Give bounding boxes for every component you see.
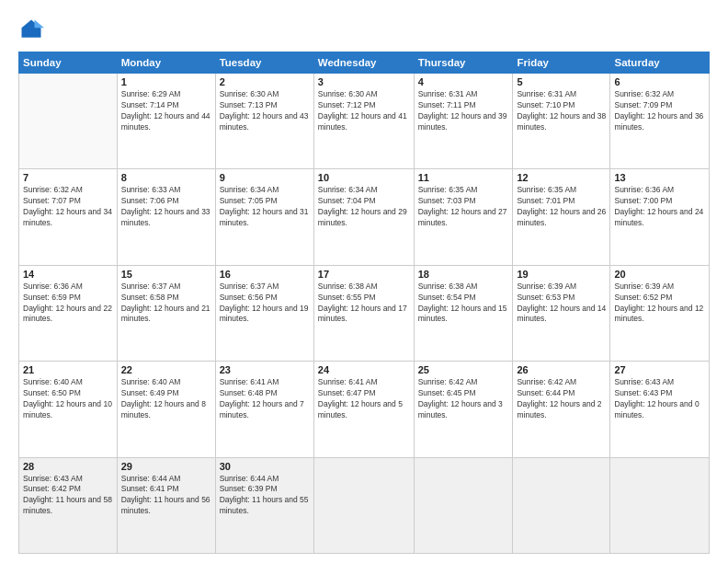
- day-number: 25: [418, 364, 509, 375]
- day-cell: 12Sunrise: 6:35 AMSunset: 7:01 PMDayligh…: [513, 169, 610, 265]
- day-cell: 14Sunrise: 6:36 AMSunset: 6:59 PMDayligh…: [19, 265, 118, 361]
- day-cell: [19, 74, 118, 169]
- day-number: 12: [517, 172, 606, 183]
- day-number: 13: [614, 172, 705, 183]
- day-number: 14: [23, 269, 113, 280]
- day-cell: 15Sunrise: 6:37 AMSunset: 6:58 PMDayligh…: [117, 265, 215, 361]
- day-cell: 5Sunrise: 6:31 AMSunset: 7:10 PMDaylight…: [513, 74, 610, 169]
- day-cell: 28Sunrise: 6:43 AMSunset: 6:42 PMDayligh…: [19, 457, 118, 553]
- day-cell: 6Sunrise: 6:32 AMSunset: 7:09 PMDaylight…: [610, 74, 710, 169]
- day-cell: 13Sunrise: 6:36 AMSunset: 7:00 PMDayligh…: [610, 169, 710, 265]
- day-cell: 8Sunrise: 6:33 AMSunset: 7:06 PMDaylight…: [117, 169, 215, 265]
- week-row-0: 1Sunrise: 6:29 AMSunset: 7:14 PMDaylight…: [19, 74, 710, 169]
- day-info: Sunrise: 6:38 AMSunset: 6:55 PMDaylight:…: [318, 282, 410, 326]
- header-cell-sunday: Sunday: [19, 52, 118, 74]
- day-info: Sunrise: 6:43 AMSunset: 6:42 PMDaylight:…: [23, 474, 113, 518]
- day-info: Sunrise: 6:32 AMSunset: 7:07 PMDaylight:…: [23, 185, 113, 229]
- header-cell-wednesday: Wednesday: [313, 52, 414, 74]
- day-info: Sunrise: 6:43 AMSunset: 6:43 PMDaylight:…: [614, 377, 705, 421]
- day-number: 24: [318, 364, 410, 375]
- header-cell-monday: Monday: [117, 52, 215, 74]
- day-number: 17: [318, 269, 410, 280]
- day-number: 27: [614, 364, 705, 375]
- day-cell: 3Sunrise: 6:30 AMSunset: 7:12 PMDaylight…: [313, 74, 414, 169]
- day-info: Sunrise: 6:33 AMSunset: 7:06 PMDaylight:…: [121, 185, 211, 229]
- day-info: Sunrise: 6:39 AMSunset: 6:53 PMDaylight:…: [517, 282, 606, 326]
- day-cell: 20Sunrise: 6:39 AMSunset: 6:52 PMDayligh…: [610, 265, 710, 361]
- day-cell: [610, 457, 710, 553]
- header-cell-friday: Friday: [513, 52, 610, 74]
- day-cell: 17Sunrise: 6:38 AMSunset: 6:55 PMDayligh…: [313, 265, 414, 361]
- day-info: Sunrise: 6:37 AMSunset: 6:56 PMDaylight:…: [220, 282, 310, 326]
- day-info: Sunrise: 6:35 AMSunset: 7:01 PMDaylight:…: [517, 185, 606, 229]
- day-info: Sunrise: 6:31 AMSunset: 7:10 PMDaylight:…: [517, 89, 606, 133]
- day-cell: [313, 457, 414, 553]
- week-row-4: 28Sunrise: 6:43 AMSunset: 6:42 PMDayligh…: [19, 457, 710, 553]
- day-cell: 21Sunrise: 6:40 AMSunset: 6:50 PMDayligh…: [19, 362, 118, 457]
- day-info: Sunrise: 6:32 AMSunset: 7:09 PMDaylight:…: [614, 89, 705, 133]
- logo-icon: [18, 17, 44, 42]
- week-row-2: 14Sunrise: 6:36 AMSunset: 6:59 PMDayligh…: [19, 265, 710, 361]
- day-cell: 19Sunrise: 6:39 AMSunset: 6:53 PMDayligh…: [513, 265, 610, 361]
- day-cell: 18Sunrise: 6:38 AMSunset: 6:54 PMDayligh…: [414, 265, 513, 361]
- day-cell: 22Sunrise: 6:40 AMSunset: 6:49 PMDayligh…: [117, 362, 215, 457]
- week-row-3: 21Sunrise: 6:40 AMSunset: 6:50 PMDayligh…: [19, 362, 710, 457]
- day-cell: 30Sunrise: 6:44 AMSunset: 6:39 PMDayligh…: [215, 457, 313, 553]
- day-cell: 9Sunrise: 6:34 AMSunset: 7:05 PMDaylight…: [215, 169, 313, 265]
- day-info: Sunrise: 6:40 AMSunset: 6:50 PMDaylight:…: [23, 377, 113, 421]
- svg-marker-0: [22, 20, 41, 38]
- day-cell: 26Sunrise: 6:42 AMSunset: 6:44 PMDayligh…: [513, 362, 610, 457]
- day-number: 15: [121, 269, 211, 280]
- day-info: Sunrise: 6:30 AMSunset: 7:12 PMDaylight:…: [318, 89, 410, 133]
- day-info: Sunrise: 6:41 AMSunset: 6:48 PMDaylight:…: [220, 377, 310, 421]
- day-info: Sunrise: 6:35 AMSunset: 7:03 PMDaylight:…: [418, 185, 509, 229]
- day-info: Sunrise: 6:36 AMSunset: 6:59 PMDaylight:…: [23, 282, 113, 326]
- day-number: 23: [220, 364, 310, 375]
- header-row: SundayMondayTuesdayWednesdayThursdayFrid…: [19, 52, 710, 74]
- day-info: Sunrise: 6:34 AMSunset: 7:05 PMDaylight:…: [220, 185, 310, 229]
- day-number: 11: [418, 172, 509, 183]
- day-info: Sunrise: 6:39 AMSunset: 6:52 PMDaylight:…: [614, 282, 705, 326]
- day-info: Sunrise: 6:38 AMSunset: 6:54 PMDaylight:…: [418, 282, 509, 326]
- header-cell-thursday: Thursday: [414, 52, 513, 74]
- day-cell: 2Sunrise: 6:30 AMSunset: 7:13 PMDaylight…: [215, 74, 313, 169]
- day-number: 4: [418, 76, 509, 87]
- day-cell: 23Sunrise: 6:41 AMSunset: 6:48 PMDayligh…: [215, 362, 313, 457]
- day-info: Sunrise: 6:42 AMSunset: 6:45 PMDaylight:…: [418, 377, 509, 421]
- header-cell-saturday: Saturday: [610, 52, 710, 74]
- day-number: 30: [220, 461, 310, 472]
- day-cell: 1Sunrise: 6:29 AMSunset: 7:14 PMDaylight…: [117, 74, 215, 169]
- day-info: Sunrise: 6:29 AMSunset: 7:14 PMDaylight:…: [121, 89, 211, 133]
- day-info: Sunrise: 6:42 AMSunset: 6:44 PMDaylight:…: [517, 377, 606, 421]
- calendar-header: SundayMondayTuesdayWednesdayThursdayFrid…: [19, 52, 710, 74]
- day-number: 28: [23, 461, 113, 472]
- header: [18, 17, 710, 42]
- day-cell: 16Sunrise: 6:37 AMSunset: 6:56 PMDayligh…: [215, 265, 313, 361]
- day-info: Sunrise: 6:30 AMSunset: 7:13 PMDaylight:…: [220, 89, 310, 133]
- day-number: 3: [318, 76, 410, 87]
- day-number: 5: [517, 76, 606, 87]
- day-cell: 27Sunrise: 6:43 AMSunset: 6:43 PMDayligh…: [610, 362, 710, 457]
- day-number: 1: [121, 76, 211, 87]
- day-cell: 10Sunrise: 6:34 AMSunset: 7:04 PMDayligh…: [313, 169, 414, 265]
- day-info: Sunrise: 6:31 AMSunset: 7:11 PMDaylight:…: [418, 89, 509, 133]
- day-number: 18: [418, 269, 509, 280]
- day-cell: 4Sunrise: 6:31 AMSunset: 7:11 PMDaylight…: [414, 74, 513, 169]
- day-number: 16: [220, 269, 310, 280]
- day-info: Sunrise: 6:44 AMSunset: 6:41 PMDaylight:…: [121, 474, 211, 518]
- day-cell: 7Sunrise: 6:32 AMSunset: 7:07 PMDaylight…: [19, 169, 118, 265]
- day-number: 7: [23, 172, 113, 183]
- day-info: Sunrise: 6:40 AMSunset: 6:49 PMDaylight:…: [121, 377, 211, 421]
- day-cell: 29Sunrise: 6:44 AMSunset: 6:41 PMDayligh…: [117, 457, 215, 553]
- day-number: 20: [614, 269, 705, 280]
- week-row-1: 7Sunrise: 6:32 AMSunset: 7:07 PMDaylight…: [19, 169, 710, 265]
- day-number: 21: [23, 364, 113, 375]
- day-number: 6: [614, 76, 705, 87]
- header-cell-tuesday: Tuesday: [215, 52, 313, 74]
- day-info: Sunrise: 6:36 AMSunset: 7:00 PMDaylight:…: [614, 185, 705, 229]
- day-info: Sunrise: 6:44 AMSunset: 6:39 PMDaylight:…: [220, 474, 310, 518]
- day-info: Sunrise: 6:34 AMSunset: 7:04 PMDaylight:…: [318, 185, 410, 229]
- page: SundayMondayTuesdayWednesdayThursdayFrid…: [0, 0, 728, 563]
- day-number: 22: [121, 364, 211, 375]
- day-cell: [414, 457, 513, 553]
